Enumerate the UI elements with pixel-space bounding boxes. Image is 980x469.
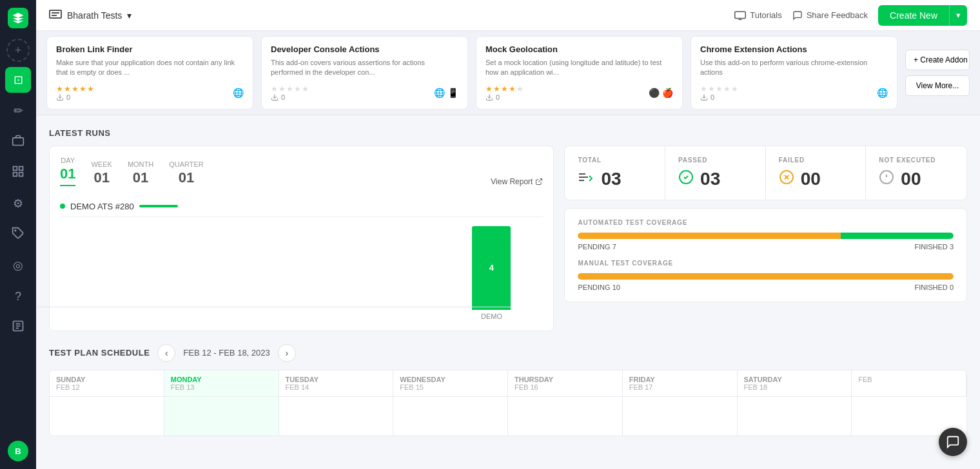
friday-date: FEB 17 bbox=[629, 383, 730, 391]
failed-label: FAILED bbox=[779, 157, 853, 164]
schedule-cell-tuesday bbox=[279, 397, 394, 436]
settings-icon: ⚙ bbox=[13, 196, 23, 211]
run-name: DEMO ATS #280 bbox=[70, 202, 134, 211]
failed-icon bbox=[779, 169, 794, 189]
manual-pending: PENDING 10 bbox=[578, 283, 620, 291]
chat-bubble-button[interactable] bbox=[939, 428, 967, 456]
overflow-date: FEB bbox=[858, 376, 959, 383]
schedule-cell-wednesday bbox=[393, 397, 508, 436]
addon-stars: ★★★★★ bbox=[56, 84, 95, 93]
addon-card-developer-console: Developer Console Actions This add-on co… bbox=[261, 36, 468, 110]
addon-footer: ★★★★★ 0 🌐 bbox=[56, 84, 244, 101]
svg-rect-1 bbox=[14, 166, 17, 170]
addon-card-mock-geo: Mock Geolocation Set a mock location (us… bbox=[476, 36, 683, 110]
dropdown-arrow-icon: ▾ bbox=[127, 10, 132, 21]
project-icon bbox=[49, 10, 62, 21]
tab-day-value: 01 bbox=[60, 166, 75, 182]
tab-week-label: WEEK bbox=[91, 160, 112, 168]
manual-coverage-title: MANUAL TEST COVERAGE bbox=[578, 260, 954, 267]
chart-bar-label: DEMO bbox=[481, 312, 502, 320]
addon-description: This add-on covers various assertions fo… bbox=[271, 58, 458, 78]
addon-card-broken-link: Broken Link Finder Make sure that your a… bbox=[46, 36, 253, 110]
tab-month-label: MONTH bbox=[128, 160, 153, 168]
sidebar-item-grid[interactable] bbox=[5, 160, 31, 186]
automated-coverage-section: AUTOMATED TEST COVERAGE PENDING 7 FINISH… bbox=[578, 219, 954, 251]
tutorials-link[interactable]: Tutorials bbox=[734, 10, 781, 20]
schedule-header: TEST PLAN SCHEDULE ‹ FEB 12 - FEB 18, 20… bbox=[49, 344, 967, 362]
tuesday-date: FEB 14 bbox=[286, 383, 387, 391]
sidebar-item-dashboard[interactable]: ⊡ bbox=[5, 67, 31, 93]
runs-tabs: DAY 01 WEEK 01 MONTH 01 QUARTER bbox=[60, 157, 543, 186]
sidebar-item-edit[interactable]: ✏ bbox=[5, 98, 31, 124]
schedule-cell-saturday bbox=[738, 397, 852, 436]
create-new-group: Create New ▾ bbox=[878, 5, 967, 26]
run-progress-bar bbox=[139, 205, 178, 207]
addon-downloads: 0 bbox=[485, 93, 524, 101]
not-executed-icon bbox=[879, 169, 894, 189]
sidebar-item-briefcase[interactable] bbox=[5, 129, 31, 155]
tab-day-label: DAY bbox=[61, 157, 75, 164]
schedule-prev-button[interactable]: ‹ bbox=[157, 344, 175, 362]
run-list-item: DEMO ATS #280 bbox=[60, 196, 543, 217]
sidebar-item-settings[interactable]: ⚙ bbox=[5, 191, 31, 216]
total-value-row: 03 bbox=[578, 169, 652, 189]
sidebar-item-reports[interactable] bbox=[5, 314, 31, 340]
schedule-cell-friday bbox=[623, 397, 738, 436]
svg-rect-7 bbox=[50, 10, 61, 18]
addon-card-chrome-extension: Chrome Extension Actions Use this add-on… bbox=[691, 36, 897, 110]
tab-day[interactable]: DAY 01 bbox=[60, 157, 75, 186]
project-selector[interactable]: Bharath Tests ▾ bbox=[49, 10, 132, 21]
app-logo[interactable] bbox=[8, 8, 28, 28]
addon-title: Developer Console Actions bbox=[271, 44, 458, 54]
view-report-link[interactable]: View Report bbox=[491, 177, 543, 186]
tutorials-label: Tutorials bbox=[750, 10, 781, 20]
create-new-button[interactable]: Create New bbox=[878, 5, 949, 26]
pending-value: 10 bbox=[612, 283, 620, 291]
addon-downloads: 0 bbox=[56, 93, 95, 101]
thursday-name: THURSDAY bbox=[514, 376, 616, 383]
project-name: Bharath Tests bbox=[67, 10, 122, 21]
passed-value: 03 bbox=[700, 169, 720, 189]
tab-week-value: 01 bbox=[93, 169, 109, 186]
stat-not-executed: NOT EXECUTED 00 bbox=[866, 146, 966, 200]
user-avatar[interactable]: B bbox=[8, 441, 28, 461]
svg-rect-3 bbox=[14, 172, 17, 176]
manual-coverage-section: MANUAL TEST COVERAGE PENDING 10 FINISHED… bbox=[578, 260, 954, 291]
automated-coverage-bar-bg bbox=[578, 233, 954, 239]
edit-icon: ✏ bbox=[14, 104, 23, 118]
not-executed-value: 00 bbox=[901, 169, 921, 189]
runs-right-panel: TOTAL 03 PASSED bbox=[564, 146, 967, 302]
addon-title: Broken Link Finder bbox=[56, 44, 244, 54]
manual-finished: FINISHED 0 bbox=[914, 283, 954, 291]
sidebar-add-button[interactable]: + bbox=[6, 39, 30, 62]
sidebar-item-monitor[interactable]: ◎ bbox=[5, 253, 31, 278]
stat-total: TOTAL 03 bbox=[565, 146, 665, 200]
grid-icon bbox=[12, 165, 24, 181]
latest-runs-section: LATEST RUNS DAY 01 WEEK 01 M bbox=[49, 128, 967, 331]
feedback-link[interactable]: Share Feedback bbox=[792, 10, 868, 21]
addon-platforms: 🌐 📱 bbox=[434, 88, 458, 98]
view-more-button[interactable]: View More... bbox=[905, 75, 970, 96]
thursday-date: FEB 16 bbox=[514, 383, 616, 391]
svg-rect-4 bbox=[19, 172, 23, 176]
sunday-name: SUNDAY bbox=[56, 376, 157, 383]
addon-stars: ★★★★★ bbox=[700, 84, 739, 93]
tab-quarter[interactable]: QUARTER 01 bbox=[169, 160, 204, 186]
schedule-section: TEST PLAN SCHEDULE ‹ FEB 12 - FEB 18, 20… bbox=[49, 344, 967, 449]
sidebar-item-help[interactable]: ? bbox=[5, 283, 31, 309]
create-new-dropdown-button[interactable]: ▾ bbox=[949, 5, 967, 26]
tab-week[interactable]: WEEK 01 bbox=[91, 160, 112, 186]
addon-footer: ★★★★★ 0 ⚫ 🍎 bbox=[485, 84, 673, 101]
stat-failed: FAILED 00 bbox=[766, 146, 867, 200]
pending-value: 7 bbox=[612, 243, 616, 251]
monday-date: FEB 13 bbox=[171, 383, 272, 391]
schedule-cell-thursday bbox=[508, 397, 623, 436]
content-area: LATEST RUNS DAY 01 WEEK 01 M bbox=[36, 115, 980, 469]
schedule-next-button[interactable]: › bbox=[278, 344, 296, 362]
tab-month[interactable]: MONTH 01 bbox=[128, 160, 153, 186]
svg-rect-2 bbox=[19, 166, 23, 170]
create-addon-button[interactable]: + Create Addon bbox=[905, 50, 970, 70]
sidebar-item-plugins[interactable] bbox=[5, 222, 31, 247]
briefcase-icon bbox=[12, 134, 24, 150]
stats-row: TOTAL 03 PASSED bbox=[564, 146, 967, 200]
